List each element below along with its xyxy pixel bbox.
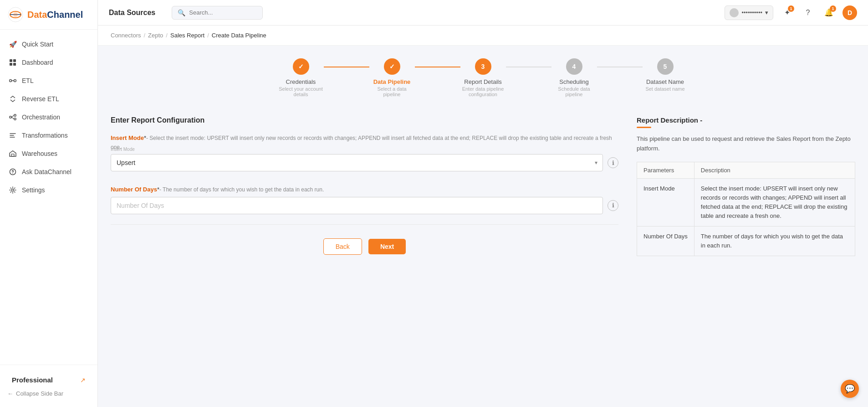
insert-mode-info-icon[interactable]: ℹ bbox=[608, 157, 618, 168]
sidebar-item-transformations[interactable]: Transformations bbox=[0, 126, 97, 144]
warehouse-icon bbox=[8, 149, 17, 158]
main-area: Data Sources 🔍 •••••••••• ▾ ✦ 1 ? 🔔 1 D bbox=[98, 0, 868, 407]
external-link-icon[interactable]: ↗ bbox=[80, 376, 86, 384]
form-divider bbox=[111, 224, 618, 225]
insert-mode-select[interactable]: Upsert Append Replace bbox=[111, 154, 603, 171]
search-box[interactable]: 🔍 bbox=[172, 6, 263, 20]
sidebar-item-etl[interactable]: ETL bbox=[0, 72, 97, 90]
logo-text: DataChannel bbox=[27, 10, 83, 20]
step-label-report-details: Report Details bbox=[464, 78, 501, 85]
table-row: Number Of Days The number of days for wh… bbox=[637, 227, 855, 256]
sidebar-item-settings[interactable]: Settings bbox=[0, 181, 97, 199]
collapse-icon: ← bbox=[7, 390, 13, 397]
svg-point-19 bbox=[12, 189, 14, 191]
sidebar-item-label: ETL bbox=[22, 77, 34, 84]
description-title: Report Description - bbox=[637, 116, 855, 124]
sidebar-item-label: Transformations bbox=[22, 132, 68, 139]
param-col-header: Parameters bbox=[637, 162, 694, 178]
svg-point-9 bbox=[14, 80, 16, 82]
description-panel: Report Description - This pipeline can b… bbox=[637, 116, 855, 256]
desc-col-header: Description bbox=[694, 162, 855, 178]
table-row: Insert Mode Select the insert mode: UPSE… bbox=[637, 178, 855, 227]
insert-mode-label: Insert Mode*- Select the insert mode: UP… bbox=[111, 134, 618, 151]
chat-icon: 💬 bbox=[845, 384, 855, 394]
param-insert-mode: Insert Mode bbox=[637, 178, 694, 227]
number-of-days-info-icon[interactable]: ℹ bbox=[608, 200, 618, 211]
back-button[interactable]: Back bbox=[323, 238, 362, 255]
collapse-sidebar-button[interactable]: ← Collapse Side Bar bbox=[7, 387, 90, 400]
topbar-right: •••••••••• ▾ ✦ 1 ? 🔔 1 D bbox=[725, 5, 857, 20]
help-icon: ? bbox=[806, 9, 810, 17]
sidebar-item-warehouses[interactable]: Warehouses bbox=[0, 144, 97, 163]
settings-icon bbox=[8, 185, 17, 195]
svg-rect-5 bbox=[13, 59, 16, 62]
breadcrumb-sep-2: / bbox=[166, 32, 168, 39]
sidebar-item-ask-datachannel[interactable]: Ask DataChannel bbox=[0, 163, 97, 181]
step-credentials: ✓ Credentials Select your account detail… bbox=[278, 58, 324, 97]
topbar: Data Sources 🔍 •••••••••• ▾ ✦ 1 ? 🔔 1 D bbox=[98, 0, 868, 26]
step-circle-data-pipeline: ✓ bbox=[384, 58, 400, 75]
param-number-of-days: Number Of Days bbox=[637, 227, 694, 256]
form-panel: Enter Report Configuration Insert Mode*-… bbox=[111, 116, 618, 256]
sidebar-item-label: Dashboard bbox=[22, 59, 53, 66]
step-connector-2 bbox=[415, 67, 460, 67]
number-of-days-note: - The number of days for which you wish … bbox=[159, 186, 324, 193]
user-name: •••••••••• bbox=[741, 9, 762, 16]
breadcrumb-sep-1: / bbox=[143, 32, 145, 39]
desc-insert-mode: Select the insert mode: UPSERT will inse… bbox=[694, 178, 855, 227]
insert-mode-note: - Select the insert mode: UPSERT will in… bbox=[111, 135, 612, 150]
page-title: Data Sources bbox=[109, 9, 155, 17]
avatar[interactable]: D bbox=[842, 5, 857, 20]
etl-icon bbox=[8, 76, 17, 85]
content-area: Connectors / Zepto / Sales Report / Crea… bbox=[98, 26, 868, 407]
logo-icon bbox=[7, 6, 24, 23]
sidebar-item-reverse-etl[interactable]: Reverse ETL bbox=[0, 90, 97, 108]
step-sublabel-scheduling: Schedule data pipeline bbox=[551, 86, 597, 97]
sidebar-item-quick-start[interactable]: 🚀 Quick Start bbox=[0, 35, 97, 53]
sidebar-item-label: Quick Start bbox=[22, 41, 53, 48]
step-circle-scheduling: 4 bbox=[566, 58, 582, 75]
grid-icon bbox=[8, 58, 17, 67]
search-input[interactable] bbox=[189, 9, 257, 16]
number-of-days-group: Number Of Days*- The number of days for … bbox=[111, 185, 618, 214]
breadcrumb-sales-report: Sales Report bbox=[170, 32, 204, 39]
svg-point-3 bbox=[13, 12, 18, 17]
number-of-days-input[interactable] bbox=[111, 197, 603, 214]
help-button[interactable]: ? bbox=[801, 5, 815, 20]
description-accent bbox=[637, 127, 651, 128]
logo: DataChannel bbox=[0, 0, 97, 30]
form-actions: Back Next bbox=[111, 234, 618, 255]
step-label-data-pipeline: Data Pipeline bbox=[373, 78, 411, 85]
step-sublabel-data-pipeline: Select a data pipeline bbox=[369, 86, 415, 97]
sidebar-item-label: Reverse ETL bbox=[22, 95, 59, 103]
svg-rect-7 bbox=[13, 63, 16, 66]
sidebar-item-orchestration[interactable]: Orchestration bbox=[0, 108, 97, 126]
sparkle-button[interactable]: ✦ 1 bbox=[780, 5, 794, 20]
insert-mode-input-row: Insert Mode Upsert Append Replace ▾ ℹ bbox=[111, 154, 618, 171]
sidebar-nav: 🚀 Quick Start Dashboard ETL Reverse ETL bbox=[0, 30, 97, 365]
sidebar-item-dashboard[interactable]: Dashboard bbox=[0, 53, 97, 72]
svg-rect-13 bbox=[14, 118, 16, 120]
insert-mode-group: Insert Mode*- Select the insert mode: UP… bbox=[111, 134, 618, 171]
breadcrumb: Connectors / Zepto / Sales Report / Crea… bbox=[98, 26, 868, 46]
description-text: This pipeline can be used to request and… bbox=[637, 134, 855, 154]
svg-rect-12 bbox=[14, 114, 16, 116]
chat-bubble-button[interactable]: 💬 bbox=[841, 380, 859, 398]
user-avatar-small bbox=[730, 8, 739, 17]
breadcrumb-connectors[interactable]: Connectors bbox=[111, 32, 141, 39]
param-table: Parameters Description Insert Mode Selec… bbox=[637, 162, 855, 257]
main-content: ✓ Credentials Select your account detail… bbox=[98, 46, 868, 269]
step-sublabel-dataset-name: Set dataset name bbox=[645, 86, 684, 92]
sidebar-item-label: Settings bbox=[22, 186, 45, 194]
step-scheduling: 4 Scheduling Schedule data pipeline bbox=[551, 58, 597, 97]
next-button[interactable]: Next bbox=[368, 239, 406, 254]
sidebar-item-label: Ask DataChannel bbox=[22, 168, 71, 175]
breadcrumb-zepto[interactable]: Zepto bbox=[148, 32, 163, 39]
svg-rect-4 bbox=[10, 59, 12, 62]
step-sublabel-credentials: Select your account details bbox=[278, 86, 324, 97]
step-sublabel-report-details: Enter data pipeline configuration bbox=[460, 86, 506, 97]
desc-number-of-days: The number of days for which you wish to… bbox=[694, 227, 855, 256]
notification-button[interactable]: 🔔 1 bbox=[822, 5, 836, 20]
user-selector[interactable]: •••••••••• ▾ bbox=[725, 5, 773, 20]
sidebar: DataChannel 🚀 Quick Start Dashboard ETL … bbox=[0, 0, 98, 407]
